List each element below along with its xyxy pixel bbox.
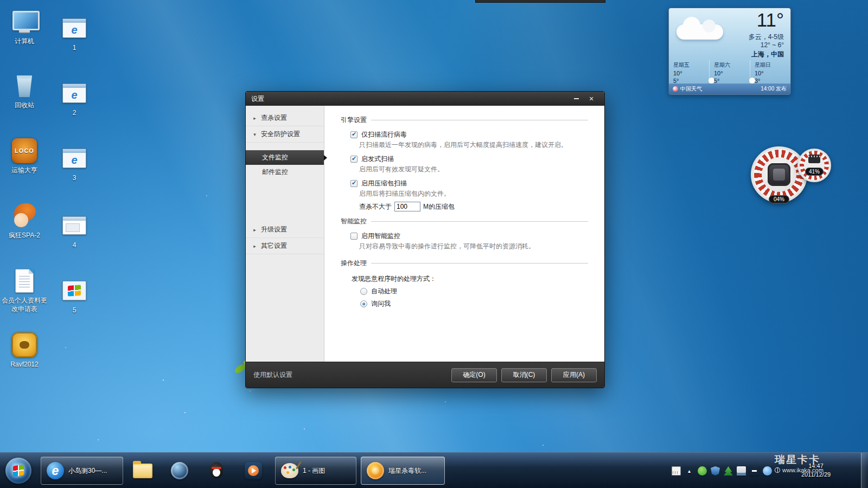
ie-icon: e [47, 462, 64, 479]
taskbar-button-paint[interactable]: 1 - 画图 [275, 457, 356, 485]
sidebar-item-label: 文件监控 [262, 153, 288, 162]
radio-auto-handle[interactable]: 自动处理 [360, 287, 588, 296]
close-button[interactable]: ✕ [584, 94, 599, 104]
section-title: 操作处理 [341, 259, 367, 268]
sidebar-item-scan-settings[interactable]: ▸ 查杀设置 [246, 110, 324, 126]
taskbar-button-label: 1 - 画图 [303, 466, 325, 476]
checkbox-checked-icon[interactable]: ✔ [350, 131, 358, 138]
chevron-right-icon: ▸ [252, 115, 257, 121]
chevron-up-icon[interactable]: ▴ [685, 466, 694, 476]
recycle-bin-icon [16, 74, 33, 97]
taskbar-button-media-player[interactable] [238, 457, 269, 485]
checkbox-label: 启用智能监控 [361, 232, 400, 241]
sidebar-item-update-settings[interactable]: ▸ 升级设置 [246, 222, 324, 238]
desktop-icon-computer[interactable]: 计算机 [1, 8, 48, 46]
desktop-icon-ravf2012[interactable]: Ravf2012 [1, 331, 48, 369]
taskbar-button-ie[interactable]: e 小岛测30—... [41, 457, 123, 485]
taskbar-button-browser[interactable] [164, 457, 195, 485]
taskbar-button-label: 小岛测30—... [68, 466, 107, 476]
forecast-day-label: 星期日 [755, 61, 790, 69]
ie-window-icon: e [62, 84, 86, 103]
dialog-title: 设置 [251, 94, 264, 104]
forecast-saturday[interactable]: 星期六 10° 5° [709, 60, 750, 85]
show-desktop-button[interactable] [861, 453, 868, 488]
checkbox-unchecked-icon[interactable] [350, 233, 358, 240]
checkbox-heuristic-scan[interactable]: ✔ 启发式扫描 [350, 155, 588, 164]
section-engine-settings: 引擎设置 [341, 115, 588, 125]
desktop-icon-label: 5 [51, 306, 98, 315]
checkbox-checked-icon[interactable]: ✔ [350, 180, 358, 187]
checkbox-checked-icon[interactable]: ✔ [350, 156, 358, 163]
messenger-icon[interactable] [763, 466, 772, 476]
taskbar-button-label: 瑞星杀毒软... [388, 466, 426, 476]
checkbox-smart-monitor[interactable]: 启用智能监控 [350, 232, 588, 241]
clock[interactable]: 14:47 2011/12/29 [793, 461, 839, 479]
forecast-friday[interactable]: 星期五 10° 5° [669, 60, 709, 85]
desktop-icon-label: Ravf2012 [1, 361, 48, 369]
taskbar-button-rising[interactable]: 瑞星杀毒软... [361, 457, 445, 485]
film-icon [808, 155, 820, 163]
taskbar-button-explorer[interactable] [127, 457, 158, 485]
security-shield-icon[interactable] [711, 466, 720, 476]
desktop-icon-label: 计算机 [1, 37, 48, 46]
desktop-icon-5[interactable]: 5 [51, 277, 98, 315]
minimize-button[interactable] [569, 94, 584, 104]
paint-palette-icon [281, 463, 298, 478]
ok-button[interactable]: 确定(O) [451, 368, 497, 382]
input-method-icon[interactable] [672, 466, 681, 476]
desktop-icon-3[interactable]: e 3 [51, 144, 98, 183]
archive-size-input[interactable] [394, 202, 420, 211]
performance-gauge[interactable]: 04% [751, 146, 807, 203]
sidebar-item-security-settings[interactable]: ▾ 安全防护设置 [246, 126, 324, 143]
section-rule [371, 263, 588, 264]
doctor-icon[interactable] [698, 466, 707, 476]
desktop-icon-label: 回收站 [1, 101, 48, 110]
secondary-gauge[interactable]: 41% [797, 149, 831, 182]
autohide-toolbar[interactable] [475, 0, 605, 3]
forecast-sunday[interactable]: 星期日 10° 3° [750, 60, 790, 85]
checkbox-archive-scan[interactable]: ✔ 启用压缩包扫描 [350, 179, 588, 188]
taskbar-button-qq[interactable] [201, 457, 232, 485]
section-action-handling: 操作处理 [341, 259, 588, 268]
ie-window-icon: e [62, 18, 86, 38]
radio-ask-me[interactable]: 询问我 [360, 299, 588, 309]
desktop-icon-recycle-bin[interactable]: 回收站 [1, 72, 48, 110]
clock-date: 2011/12/29 [793, 470, 839, 479]
desktop-icon-2[interactable]: e 2 [51, 79, 98, 118]
network-icon[interactable] [737, 466, 746, 476]
apply-button[interactable]: 应用(A) [551, 368, 597, 382]
sidebar-item-other-settings[interactable]: ▸ 其它设置 [246, 238, 324, 254]
checkbox-label: 仅扫描流行病毒 [361, 130, 407, 139]
document-icon [15, 269, 34, 293]
desktop-icon-spa-game[interactable]: 疯狂SPA-2 [1, 202, 48, 240]
desktop-icon-member-doc[interactable]: 会员个人资料更改申请表 [1, 267, 48, 313]
radio-label: 询问我 [371, 299, 391, 309]
weather-widget[interactable]: 11° 多云，4-5级 12° ~ 6° 上海，中国 星期五 10° 5° 星期… [668, 8, 791, 95]
weather-published: 14:00 发布 [761, 85, 787, 93]
dialog-titlebar[interactable]: 设置 ✕ [246, 92, 604, 106]
forecast-day-label: 星期五 [673, 61, 709, 69]
sidebar-item-mail-monitor[interactable]: 邮件监控 [246, 165, 324, 179]
alert-icon[interactable] [750, 466, 759, 476]
weather-forecast: 星期五 10° 5° 星期六 10° 5° 星期日 10° 3° [669, 60, 790, 85]
use-default-link[interactable]: 使用默认设置 [253, 370, 292, 380]
desktop-icon-label: 4 [51, 241, 98, 250]
cancel-button[interactable]: 取消(C) [501, 368, 547, 382]
forecast-high: 10° [755, 69, 790, 77]
sidebar-item-file-monitor[interactable]: 文件监控 [246, 150, 324, 165]
radio-selected-icon[interactable] [360, 300, 367, 307]
checkbox-popular-virus[interactable]: ✔ 仅扫描流行病毒 [350, 130, 588, 139]
gauge-value-badge: 04% [769, 195, 789, 203]
window-icon [62, 216, 86, 235]
desktop-icon-label: 3 [51, 174, 98, 183]
sidebar-item-label: 其它设置 [261, 241, 287, 251]
tree-icon[interactable] [724, 466, 733, 476]
settings-sidebar: ▸ 查杀设置 ▾ 安全防护设置 文件监控 邮件监控 ▸ 升级设置 [246, 106, 324, 362]
desktop-icon-1[interactable]: e 1 [51, 14, 98, 53]
desktop-icon-loco-game[interactable]: LOCO 运输大亨 [1, 137, 48, 175]
ie-letter: e [71, 24, 77, 35]
desktop-icon-4[interactable]: 4 [51, 211, 98, 250]
start-button[interactable] [5, 458, 31, 484]
radio-unselected-icon[interactable] [360, 288, 367, 295]
weather-condition: 多云，4-5级 [749, 33, 784, 42]
